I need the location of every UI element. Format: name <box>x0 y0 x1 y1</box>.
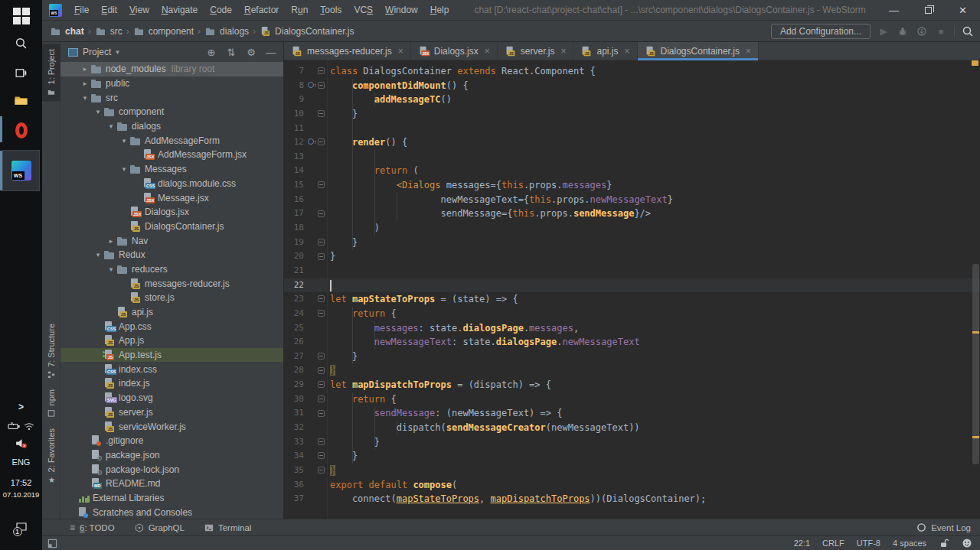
tree-item[interactable]: MDREADME.md <box>60 477 283 491</box>
menu-navigate[interactable]: Navigate <box>156 2 203 18</box>
fold-marker[interactable]: − <box>318 138 325 145</box>
tree-item[interactable]: JSXDialogs.jsx <box>60 205 283 220</box>
webstorm-taskbar-button[interactable]: WS <box>3 151 39 190</box>
editor-tab-messages-reducer-js[interactable]: JSmessages-reducer.js× <box>284 42 411 60</box>
breadcrumb-item[interactable]: JSDialogsContainer.js <box>260 26 354 37</box>
tree-item[interactable]: ▸Nav <box>60 233 283 248</box>
tree-item[interactable]: JSapi.js <box>60 305 283 320</box>
menu-vcs[interactable]: VCS <box>348 2 378 18</box>
code-line[interactable]: 22 <box>284 278 980 293</box>
code-line[interactable]: 13 <box>284 150 980 164</box>
file-encoding[interactable]: UTF-8 <box>857 539 880 548</box>
tree-item[interactable]: JSserviceWorker.js <box>60 419 283 434</box>
hide-panel-button[interactable]: — <box>263 47 279 58</box>
code-line[interactable]: 33− } <box>284 435 980 450</box>
fold-marker[interactable]: − <box>318 181 325 188</box>
fold-marker[interactable]: − <box>318 253 325 260</box>
caret-position[interactable]: 22:1 <box>794 539 810 548</box>
event-log-button[interactable]: Event Log <box>916 522 971 532</box>
fold-marker[interactable]: − <box>318 410 325 417</box>
tree-item[interactable]: JSserver.js <box>60 405 283 420</box>
tree-item[interactable]: ⚙package.json <box>60 448 283 463</box>
tab-close-icon[interactable]: × <box>625 46 630 57</box>
editor-tab-dialogs-jsx[interactable]: JSXDialogs.jsx× <box>411 42 498 60</box>
tree-item[interactable]: JSApp.test.js <box>60 348 283 363</box>
menu-help[interactable]: Help <box>425 2 455 18</box>
highlighting-level-icon[interactable] <box>962 538 972 548</box>
tree-item[interactable]: Scratches and Consoles <box>60 505 283 519</box>
editor-tab-server-js[interactable]: JSserver.js× <box>498 42 574 60</box>
code-line[interactable]: 37 connect(mapStateToProps, mapDispatchT… <box>284 492 980 506</box>
editor-tab-dialogscontainer-js[interactable]: JSDialogsContainer.js× <box>638 42 759 60</box>
taskbar-search-button[interactable] <box>0 33 42 53</box>
tree-item[interactable]: ⚙package-lock.json <box>60 462 283 477</box>
minimize-button[interactable]: — <box>877 0 911 20</box>
arrow-closed-icon[interactable]: ▸ <box>80 65 90 73</box>
tree-item[interactable]: JSApp.js <box>60 334 283 348</box>
toolwindow-button-graphql[interactable]: GraphQL <box>135 523 185 532</box>
code-line[interactable]: 25 messages: state.dialogsPage.messages, <box>284 321 980 336</box>
scrollbar-thumb[interactable] <box>972 264 979 464</box>
stripe-button-npm[interactable]: npm <box>42 384 60 422</box>
tool-window-switcher[interactable] <box>47 539 57 548</box>
warning-stripe-mark[interactable] <box>972 436 979 438</box>
tree-item[interactable]: CSSApp.css <box>60 319 283 334</box>
arrow-open-icon[interactable]: ▾ <box>106 122 116 130</box>
menu-refactor[interactable]: Refactor <box>239 2 284 18</box>
arrow-open-icon[interactable]: ▾ <box>80 94 90 102</box>
code-line[interactable]: 21 <box>284 264 980 278</box>
tree-item[interactable]: JSstore.js <box>60 291 283 305</box>
select-opened-file-button[interactable]: ⊕ <box>204 47 219 58</box>
breadcrumb-item[interactable]: dialogs <box>204 26 249 37</box>
fold-marker[interactable]: − <box>318 367 325 374</box>
tree-item[interactable]: JSXMessage.jsx <box>60 190 283 205</box>
warning-stripe-mark[interactable] <box>972 331 979 334</box>
clock-time[interactable]: 17:52 <box>0 478 42 487</box>
tray-battery-wifi[interactable] <box>0 419 42 433</box>
breadcrumb-item[interactable]: component <box>133 26 194 37</box>
stripe-button-1-project[interactable]: 1: Project <box>42 44 60 101</box>
fold-marker[interactable]: − <box>318 452 325 459</box>
tree-item[interactable]: ▾Messages <box>60 162 283 177</box>
code-line[interactable]: 34− } <box>284 449 980 464</box>
breadcrumb-item[interactable]: chat <box>50 26 84 37</box>
fold-marker[interactable]: − <box>318 210 325 217</box>
indent-setting[interactable]: 4 spaces <box>893 539 926 548</box>
code-line[interactable]: 10− } <box>284 107 980 122</box>
code-line[interactable]: 11 <box>284 122 980 136</box>
menu-window[interactable]: Window <box>380 2 423 18</box>
start-button[interactable] <box>0 6 42 26</box>
tree-item[interactable]: CSSindex.css <box>60 362 283 376</box>
tree-item[interactable]: ▾AddMessageForm <box>60 133 283 148</box>
code-line[interactable]: 9 addMessageTC() <box>284 93 980 107</box>
action-center-button[interactable]: 1 <box>0 519 42 535</box>
code-line[interactable]: 26 newMessageText: state.dialogsPage.new… <box>284 335 980 350</box>
code-line[interactable]: 24− return { <box>284 307 980 321</box>
code-line[interactable]: 20−} <box>284 249 980 264</box>
panel-settings-button[interactable]: ⚙ <box>243 47 259 58</box>
tree-item[interactable]: ▾component <box>60 105 283 119</box>
code-line[interactable]: 8− componentDidMount() { <box>284 79 980 93</box>
code-line[interactable]: 15− <Dialogs messages={this.props.messag… <box>284 178 980 193</box>
project-panel-title[interactable]: Project <box>83 47 111 57</box>
menu-code[interactable]: Code <box>204 2 237 18</box>
tree-item[interactable]: JSDialogsContainer.js <box>60 220 283 234</box>
code-line[interactable]: 7−class DialogsContainer extends React.C… <box>284 64 980 79</box>
tree-item[interactable]: JSmessages-reducer.js <box>60 276 283 291</box>
override-method-icon[interactable] <box>308 138 314 145</box>
code-line[interactable]: 12− render() { <box>284 135 980 150</box>
fold-marker[interactable]: − <box>318 310 325 317</box>
tab-close-icon[interactable]: × <box>485 46 490 57</box>
add-configuration-button[interactable]: Add Configuration... <box>771 24 871 39</box>
code-line[interactable]: 31− sendMessage: (newMessageText) => { <box>284 406 980 421</box>
code-line[interactable]: 14 return ( <box>284 164 980 178</box>
stripe-button-2-favorites[interactable]: ★2: Favorites <box>42 423 60 490</box>
line-separator[interactable]: CRLF <box>822 539 844 548</box>
task-view-button[interactable] <box>0 63 42 83</box>
file-explorer-button[interactable] <box>0 90 42 110</box>
arrow-open-icon[interactable]: ▾ <box>119 165 129 173</box>
fold-marker[interactable]: − <box>318 438 325 445</box>
search-everywhere-button[interactable] <box>962 25 974 37</box>
code-line[interactable]: 23−let mapStateToProps = (state) => { <box>284 292 980 307</box>
tree-item[interactable]: ▾reducers <box>60 262 283 277</box>
